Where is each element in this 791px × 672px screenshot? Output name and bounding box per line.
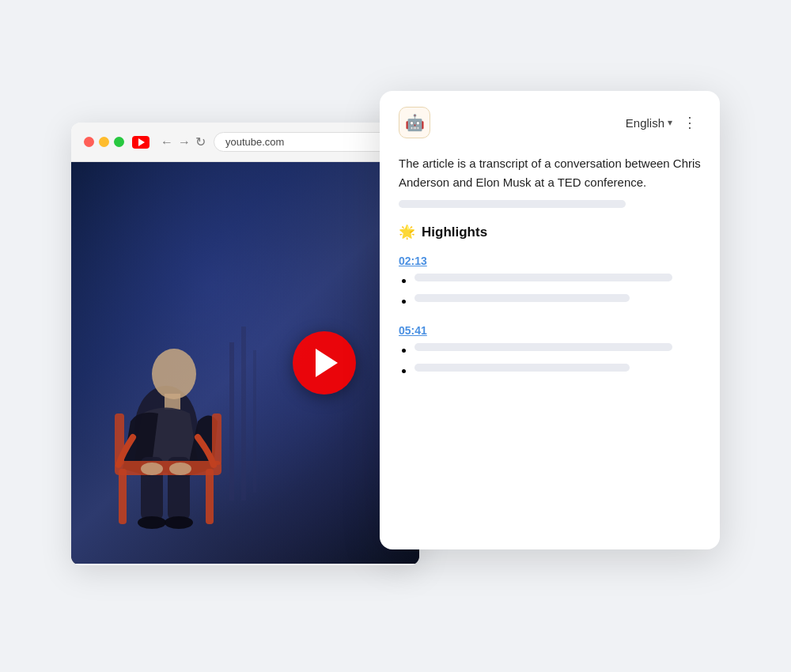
ai-panel-header: 🤖 English ▾ ⋮ xyxy=(399,107,701,138)
more-menu-button[interactable]: ⋮ xyxy=(679,111,701,134)
summary-loading-bar-1 xyxy=(399,200,626,208)
highlights-emoji: 🌟 xyxy=(399,224,415,240)
language-label: English xyxy=(626,116,664,130)
svg-rect-9 xyxy=(115,461,221,475)
ai-panel-controls: English ▾ ⋮ xyxy=(626,111,701,134)
highlight-bullets-2 xyxy=(399,343,701,378)
highlights-label: Highlights xyxy=(422,225,487,240)
browser-content xyxy=(71,162,419,564)
svg-point-1 xyxy=(152,349,196,399)
play-button-container[interactable] xyxy=(293,331,356,395)
highlight-bullets-1 xyxy=(399,274,701,308)
browser-window: ← → ↻ youtube.com xyxy=(71,123,419,565)
bullet-bar-2-1 xyxy=(414,343,672,351)
highlight-bullet-2-2 xyxy=(414,364,701,378)
highlights-section: 🌟 Highlights 02:13 05:41 xyxy=(399,224,701,378)
highlights-title: 🌟 Highlights xyxy=(399,224,701,240)
svg-rect-14 xyxy=(229,342,234,500)
dot-close[interactable] xyxy=(84,137,94,147)
language-selector[interactable]: English ▾ xyxy=(626,116,672,130)
highlight-bullet-1-2 xyxy=(414,294,701,308)
youtube-favicon xyxy=(132,136,149,149)
bullet-bar-2-2 xyxy=(414,364,630,372)
highlight-bullet-2-1 xyxy=(414,343,701,357)
svg-point-5 xyxy=(138,516,166,529)
bullet-bar-1-2 xyxy=(414,294,630,302)
play-button[interactable] xyxy=(293,331,356,395)
ai-logo-icon: 🤖 xyxy=(405,113,425,132)
bullet-bar-1-1 xyxy=(414,274,672,281)
browser-titlebar: ← → ↻ youtube.com xyxy=(71,123,419,162)
timestamp-1[interactable]: 02:13 xyxy=(399,255,701,267)
forward-arrow[interactable]: → xyxy=(178,135,191,149)
scene: ← → ↻ youtube.com xyxy=(71,91,720,581)
ai-logo: 🤖 xyxy=(399,107,430,138)
ai-panel: 🤖 English ▾ ⋮ The article is a transcrip… xyxy=(380,91,720,549)
chevron-down-icon: ▾ xyxy=(668,117,672,128)
browser-nav: ← → ↻ xyxy=(161,134,206,149)
dot-minimize[interactable] xyxy=(99,137,109,147)
svg-point-13 xyxy=(169,462,191,475)
svg-rect-2 xyxy=(165,394,180,410)
refresh-icon[interactable]: ↻ xyxy=(195,134,206,149)
back-arrow[interactable]: ← xyxy=(161,135,173,149)
svg-rect-8 xyxy=(206,469,214,524)
svg-rect-16 xyxy=(253,350,256,493)
address-bar[interactable]: youtube.com xyxy=(214,132,407,152)
dot-maximize[interactable] xyxy=(114,137,124,147)
highlight-group-1: 02:13 xyxy=(399,255,701,308)
highlight-bullet-1-1 xyxy=(414,274,701,288)
svg-rect-7 xyxy=(119,469,127,524)
video-thumbnail xyxy=(71,162,419,564)
svg-point-12 xyxy=(141,462,163,475)
person-silhouette xyxy=(95,303,269,548)
summary-text: The article is a transcript of a convers… xyxy=(399,154,701,192)
svg-point-6 xyxy=(165,516,193,529)
highlight-group-2: 05:41 xyxy=(399,324,701,378)
svg-rect-15 xyxy=(241,327,246,500)
timestamp-2[interactable]: 05:41 xyxy=(399,324,701,337)
browser-dots xyxy=(84,137,124,147)
address-bar-text: youtube.com xyxy=(225,136,284,148)
